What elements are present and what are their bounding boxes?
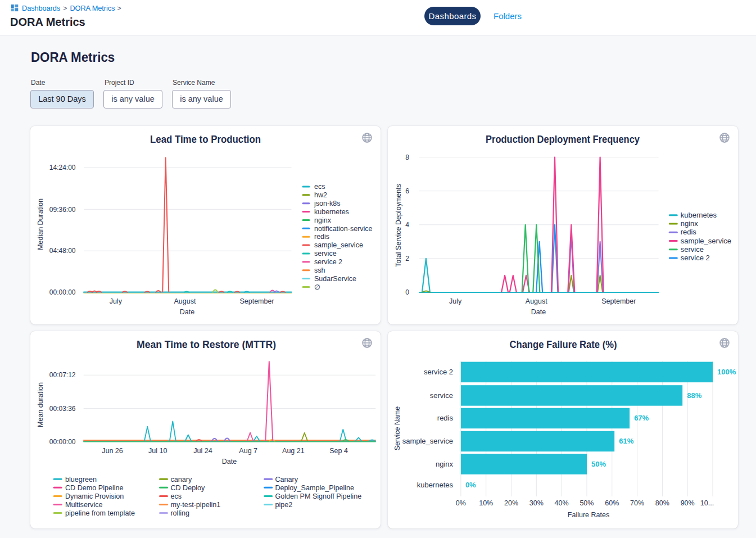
svg-text:pipe2: pipe2 <box>275 501 292 509</box>
svg-text:service: service <box>314 250 337 257</box>
svg-text:0: 0 <box>405 288 409 296</box>
svg-text:Deploy_Sample_Pipeline: Deploy_Sample_Pipeline <box>275 484 354 492</box>
svg-text:0%: 0% <box>465 481 476 489</box>
svg-text:kubernetes: kubernetes <box>314 208 349 216</box>
svg-text:canary: canary <box>170 476 192 483</box>
svg-text:Service Name: Service Name <box>393 406 401 451</box>
svg-text:notification-service: notification-service <box>314 225 373 233</box>
svg-text:ecs: ecs <box>314 183 325 191</box>
svg-text:July: July <box>449 297 462 305</box>
svg-text:Golden PM Signoff Pipeline: Golden PM Signoff Pipeline <box>275 492 361 500</box>
svg-text:09:36:00: 09:36:00 <box>49 206 76 214</box>
svg-text:August: August <box>174 297 196 305</box>
svg-text:70%: 70% <box>630 499 644 507</box>
svg-text:Canary: Canary <box>275 476 298 483</box>
svg-text:00:03:36: 00:03:36 <box>49 405 76 413</box>
svg-text:json-k8s: json-k8s <box>314 200 341 207</box>
svg-text:Dynamic Provision: Dynamic Provision <box>65 492 124 500</box>
svg-text:ecs: ecs <box>170 492 182 500</box>
svg-text:redis: redis <box>681 228 697 236</box>
svg-text:30%: 30% <box>529 499 544 507</box>
svg-text:Sep 4: Sep 4 <box>329 447 348 455</box>
svg-text:Aug 21: Aug 21 <box>282 447 305 455</box>
svg-text:Mean Time to Restore (MTTR): Mean Time to Restore (MTTR) <box>137 339 276 350</box>
svg-text:sample_service: sample_service <box>402 437 453 445</box>
svg-text:8: 8 <box>405 153 409 161</box>
svg-text:bluegreen: bluegreen <box>65 476 97 483</box>
svg-text:Production Deployment Frequenc: Production Deployment Frequency <box>486 134 640 145</box>
svg-text:00:07:12: 00:07:12 <box>49 371 76 379</box>
svg-text:61%: 61% <box>619 437 633 445</box>
svg-text:kubernetes: kubernetes <box>681 211 717 219</box>
svg-text:10%: 10% <box>479 499 493 507</box>
svg-text:Jul 24: Jul 24 <box>193 447 212 455</box>
svg-text:Date: Date <box>222 458 237 465</box>
svg-text:Date: Date <box>180 308 194 316</box>
svg-text:100%: 100% <box>717 368 736 376</box>
svg-text:0%: 0% <box>456 499 466 507</box>
svg-text:6: 6 <box>405 187 409 195</box>
svg-text:sample_service: sample_service <box>314 241 363 249</box>
svg-text:service 2: service 2 <box>314 258 342 266</box>
svg-text:Change Failure Rate (%): Change Failure Rate (%) <box>510 339 617 350</box>
svg-text:July: July <box>110 297 123 305</box>
svg-text:∅: ∅ <box>314 283 320 291</box>
svg-text:Jul 10: Jul 10 <box>148 447 167 455</box>
svg-text:service: service <box>430 391 453 400</box>
svg-text:67%: 67% <box>634 414 649 422</box>
svg-text:September: September <box>239 297 274 305</box>
svg-text:Failure Rates: Failure Rates <box>568 511 609 519</box>
svg-text:service 2: service 2 <box>424 368 453 376</box>
svg-text:pipeline from template: pipeline from template <box>65 509 135 517</box>
svg-text:redis: redis <box>314 233 329 241</box>
svg-text:my-test-pipelin1: my-test-pipelin1 <box>170 501 220 509</box>
svg-text:10...: 10... <box>700 499 714 507</box>
svg-text:Lead Time to Production: Lead Time to Production <box>150 134 261 145</box>
svg-text:nginx: nginx <box>314 216 332 224</box>
svg-text:redis: redis <box>437 414 454 422</box>
svg-text:Total Service Deployments: Total Service Deployments <box>395 184 402 267</box>
svg-text:14:24:00: 14:24:00 <box>49 164 76 171</box>
svg-text:4: 4 <box>405 221 409 229</box>
svg-text:50%: 50% <box>591 460 606 468</box>
svg-text:September: September <box>601 297 636 305</box>
svg-text:20%: 20% <box>504 499 518 507</box>
svg-text:90%: 90% <box>681 499 695 507</box>
svg-text:sample_service: sample_service <box>681 237 731 245</box>
svg-text:04:48:00: 04:48:00 <box>49 247 76 255</box>
svg-text:60%: 60% <box>605 499 619 507</box>
svg-text:00:00:00: 00:00:00 <box>49 288 76 296</box>
svg-text:hw2: hw2 <box>314 191 327 199</box>
svg-text:00:00:00: 00:00:00 <box>49 438 76 446</box>
svg-text:Jun 26: Jun 26 <box>102 447 123 455</box>
svg-text:kubernetes: kubernetes <box>417 481 454 489</box>
svg-text:August: August <box>526 297 547 305</box>
svg-text:2: 2 <box>405 255 409 263</box>
svg-text:SudarService: SudarService <box>314 275 356 283</box>
svg-text:service: service <box>681 245 704 254</box>
svg-text:nginx: nginx <box>681 219 699 228</box>
svg-text:40%: 40% <box>555 499 569 507</box>
svg-text:ssh: ssh <box>314 266 325 274</box>
svg-text:88%: 88% <box>687 391 701 400</box>
svg-text:Mean duration: Mean duration <box>37 382 44 427</box>
svg-text:Date: Date <box>531 308 546 316</box>
svg-text:CD Demo Pipeline: CD Demo Pipeline <box>65 484 124 492</box>
svg-text:CD Deploy: CD Deploy <box>170 484 205 492</box>
svg-text:Median Duration: Median Duration <box>37 198 44 250</box>
svg-text:Aug 7: Aug 7 <box>239 447 257 455</box>
svg-text:service 2: service 2 <box>681 254 710 262</box>
svg-text:rolling: rolling <box>170 509 189 517</box>
svg-text:Multiservice: Multiservice <box>65 501 102 509</box>
svg-text:nginx: nginx <box>436 460 454 468</box>
svg-text:50%: 50% <box>580 499 594 507</box>
svg-text:80%: 80% <box>655 499 669 507</box>
